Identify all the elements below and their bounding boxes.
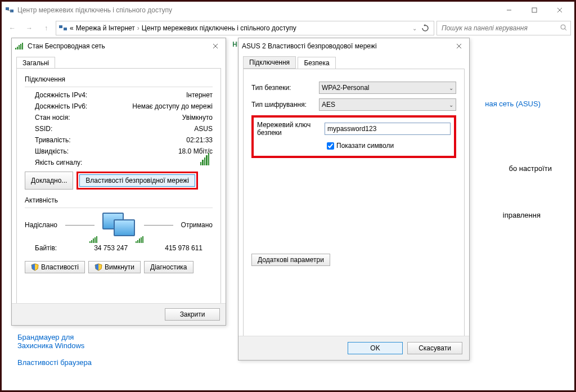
shield-icon <box>31 263 39 271</box>
svg-rect-7 <box>59 25 62 28</box>
bg-text-fix: іправлення <box>503 211 541 219</box>
tab-general[interactable]: Загальні <box>16 57 55 69</box>
nav-bar: ← → ↑ « Мережа й Інтернет › Центр мереже… <box>2 19 574 38</box>
group-activity: Активність <box>25 196 213 204</box>
props-tab-body: Тип безпеки: WPA2-Personal ⌄ Тип шифрува… <box>243 69 465 343</box>
svg-point-9 <box>561 25 565 29</box>
props-dialog-footer: OK Скасувати <box>238 336 469 360</box>
encryption-type-combo[interactable]: AES ⌄ <box>319 98 456 111</box>
breadcrumb-dropdown-icon[interactable]: ⌄ <box>412 25 417 31</box>
row-ipv4: Досяжність IPv4:Інтернет <box>25 89 213 101</box>
status-tab-body: Підключення Досяжність IPv4:Інтернет Дос… <box>16 68 221 305</box>
minimize-button[interactable] <box>496 2 521 18</box>
sent-label: Надіслано <box>25 221 57 229</box>
security-key-input[interactable] <box>325 123 451 135</box>
properties-button[interactable]: Властивості <box>25 261 85 273</box>
status-dialog: Стан Беспроводная сеть Загальні Підключе… <box>11 38 226 326</box>
status-dialog-titlebar[interactable]: Стан Беспроводная сеть <box>12 38 226 54</box>
row-security-type: Тип безпеки: WPA2-Personal ⌄ <box>251 82 456 94</box>
search-input[interactable] <box>440 24 560 33</box>
nav-forward[interactable]: → <box>22 21 37 35</box>
row-show-chars: Показати символи <box>325 141 451 151</box>
security-type-label: Тип безпеки: <box>251 84 319 92</box>
search-icon[interactable] <box>560 24 567 33</box>
outer-frame: Центр мережевих підключень і спільного д… <box>0 0 576 392</box>
details-button[interactable]: Докладно... <box>25 172 73 190</box>
sent-signal-icon <box>89 236 98 243</box>
bg-link-firewall[interactable]: Брандмауер для Захисника Windows <box>17 333 107 350</box>
svg-line-10 <box>565 29 566 30</box>
row-security-key: Мережевий ключ безпеки <box>257 121 451 137</box>
bytes-recv: 415 978 611 <box>165 244 202 252</box>
row-ipv6: Досяжність IPv6:Немає доступу до мережі <box>25 101 213 112</box>
recv-label: Отримано <box>181 221 213 229</box>
shield-icon <box>94 263 102 271</box>
advanced-settings-button[interactable]: Додаткові параметри <box>251 254 330 266</box>
monitors-icon <box>102 213 136 237</box>
main-titlebar: Центр мережевих підключень і спільного д… <box>2 2 574 19</box>
row-ssid: SSID:ASUS <box>25 123 213 134</box>
svg-rect-4 <box>532 8 537 12</box>
show-characters-label: Показати символи <box>336 142 394 150</box>
svg-rect-8 <box>64 28 67 30</box>
row-encryption-type: Тип шифрування: AES ⌄ <box>251 98 456 111</box>
tab-connection[interactable]: Підключення <box>243 56 296 69</box>
row-signal: Якість сигналу: <box>25 157 213 168</box>
highlight-security-key: Мережевий ключ безпеки Показати символи <box>251 115 456 158</box>
main-title: Центр мережевих підключень і спільного д… <box>17 6 172 14</box>
status-tabs: Загальні <box>12 54 226 68</box>
group-connection: Підключення <box>25 75 213 83</box>
nav-back[interactable]: ← <box>5 21 20 35</box>
props-dialog-titlebar[interactable]: ASUS 2 Властивості безпроводової мережі <box>238 38 469 54</box>
breadcrumb-icon <box>58 24 68 33</box>
status-dialog-title: Стан Беспроводная сеть <box>28 42 105 50</box>
network-center-icon <box>5 6 14 15</box>
bg-link-browser-props[interactable]: Властивості браузера <box>17 358 92 367</box>
refresh-icon[interactable] <box>419 24 431 32</box>
svg-rect-0 <box>6 7 9 10</box>
ok-button[interactable]: OK <box>348 342 403 354</box>
props-dialog: ASUS 2 Властивості безпроводової мережі … <box>238 38 470 361</box>
security-key-label: Мережевий ключ безпеки <box>257 121 325 137</box>
nav-up[interactable]: ↑ <box>39 21 53 35</box>
breadcrumb-part1[interactable]: Мережа й Інтернет <box>76 24 135 32</box>
breadcrumb[interactable]: « Мережа й Інтернет › Центр мережевих пі… <box>56 21 434 35</box>
row-duration: Тривалість:02:21:33 <box>25 134 213 146</box>
close-button[interactable]: Закрити <box>165 308 220 321</box>
status-dialog-close-icon[interactable] <box>209 40 222 52</box>
bytes-sent: 34 753 247 <box>94 244 128 252</box>
props-tabs: Підключення Безпека <box>238 54 469 69</box>
props-dialog-close-icon[interactable] <box>452 40 466 52</box>
recv-signal-icon <box>136 236 145 243</box>
diagnose-button[interactable]: Діагностика <box>144 261 194 273</box>
highlight-wireless-props: Властивості безпровідної мережі <box>76 172 198 190</box>
close-button[interactable] <box>547 2 572 18</box>
security-type-combo[interactable]: WPA2-Personal ⌄ <box>319 82 456 94</box>
encryption-type-label: Тип шифрування: <box>251 101 319 109</box>
props-dialog-title: ASUS 2 Властивості безпроводової мережі <box>242 42 377 50</box>
breadcrumb-part2[interactable]: Центр мережевих підключень і спільного д… <box>142 24 296 32</box>
breadcrumb-sep: › <box>137 24 140 32</box>
signal-strength-icon <box>200 159 209 165</box>
show-characters-checkbox[interactable] <box>327 142 334 150</box>
signal-icon <box>15 43 24 49</box>
wireless-properties-button[interactable]: Властивості безпровідної мережі <box>79 174 195 187</box>
maximize-button[interactable] <box>521 2 547 18</box>
activity-graphic: Надіслано Отримано <box>25 213 213 237</box>
search-box[interactable] <box>436 21 571 35</box>
row-media: Стан носія:Увімкнуто <box>25 112 213 123</box>
tab-security[interactable]: Безпека <box>298 57 335 69</box>
chevron-down-icon: ⌄ <box>449 102 453 108</box>
bg-text-settings: бо настроїти <box>509 164 552 173</box>
status-dialog-footer: Закрити <box>12 303 226 325</box>
chevron-down-icon: ⌄ <box>449 85 453 91</box>
breadcrumb-prefix: « <box>70 24 74 32</box>
bytes-label: Байтів: <box>35 244 57 252</box>
disable-button[interactable]: Вимкнути <box>88 261 141 273</box>
bg-link-active-network[interactable]: ная сеть (ASUS) <box>485 100 541 108</box>
cancel-button[interactable]: Скасувати <box>407 342 462 354</box>
body-area: ння ная сеть (ASUS) бо настроїти іправле… <box>2 38 574 390</box>
bytes-row: Байтів: 34 753 247 415 978 611 <box>25 243 213 253</box>
row-speed: Швидкість:18.0 Мбіт/с <box>25 146 213 157</box>
